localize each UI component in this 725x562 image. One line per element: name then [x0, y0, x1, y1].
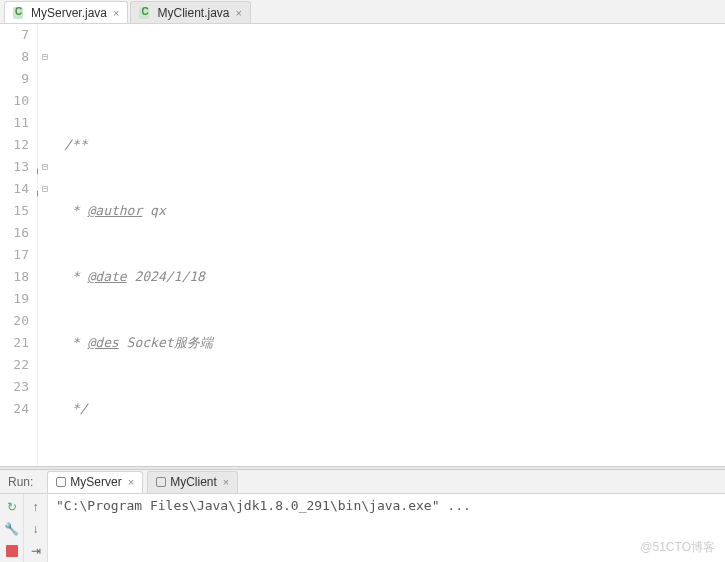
watermark: @51CTO博客: [640, 539, 715, 556]
code-area[interactable]: /** * @author qx * @date 2024/1/18 * @de…: [58, 24, 725, 466]
code-editor[interactable]: 7 8 9 10 11 12 13▶ 14▶ 15 16 17 18 19 20…: [0, 24, 725, 466]
run-toolbar-left: ↻ 🔧: [0, 494, 24, 562]
line-14[interactable]: 14▶: [0, 178, 29, 200]
tab-myclient[interactable]: MyClient.java ×: [130, 1, 250, 23]
run-config-icon: [156, 477, 166, 487]
tab-label: MyClient.java: [157, 6, 229, 20]
run-toolbar-2: ↑ ↓ ⇥: [24, 494, 48, 562]
tab-label: MyServer.java: [31, 6, 107, 20]
tab-myserver[interactable]: MyServer.java ×: [4, 1, 128, 23]
fold-column: ⊟ ⊟ ⊟: [38, 24, 58, 466]
fold-icon[interactable]: ⊟: [42, 46, 48, 68]
down-icon[interactable]: ↓: [27, 520, 45, 538]
java-class-icon: [13, 6, 27, 20]
run-config-icon: [56, 477, 66, 487]
run-tab-myclient[interactable]: MyClient ×: [147, 471, 238, 493]
run-tab-label: MyClient: [170, 475, 217, 489]
run-panel: Run: MyServer × MyClient × ↻ 🔧 ↑ ↓ ⇥ "C:…: [0, 470, 725, 562]
fold-icon[interactable]: ⊟: [42, 178, 48, 200]
run-tab-myserver[interactable]: MyServer ×: [47, 471, 143, 493]
rerun-icon[interactable]: ↻: [3, 498, 21, 516]
java-class-icon: [139, 6, 153, 20]
editor-tabs: MyServer.java × MyClient.java ×: [0, 0, 725, 24]
fold-icon[interactable]: ⊟: [42, 156, 48, 178]
close-icon[interactable]: ×: [236, 7, 242, 19]
line-13[interactable]: 13▶: [0, 156, 29, 178]
close-icon[interactable]: ×: [223, 476, 229, 488]
soft-wrap-icon[interactable]: ⇥: [27, 542, 45, 560]
run-tab-label: MyServer: [70, 475, 121, 489]
stop-button[interactable]: [3, 542, 21, 560]
wrench-icon[interactable]: 🔧: [3, 520, 21, 538]
run-label: Run:: [4, 475, 37, 489]
up-icon[interactable]: ↑: [27, 498, 45, 516]
close-icon[interactable]: ×: [113, 7, 119, 19]
line-gutter: 7 8 9 10 11 12 13▶ 14▶ 15 16 17 18 19 20…: [0, 24, 38, 466]
run-tabs: Run: MyServer × MyClient ×: [0, 470, 725, 494]
console-output[interactable]: "C:\Program Files\Java\jdk1.8.0_291\bin\…: [48, 494, 725, 562]
close-icon[interactable]: ×: [128, 476, 134, 488]
